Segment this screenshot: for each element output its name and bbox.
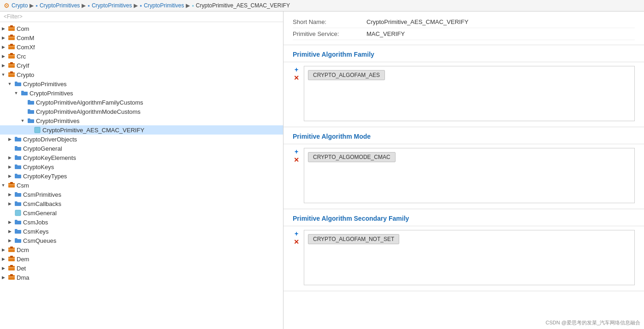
algo-secondary-controls: + ✕	[293, 230, 300, 246]
tree-label-csmjobs: CsmJobs	[23, 219, 48, 226]
tree-item-dem[interactable]: Dem	[0, 254, 283, 264]
tree-item-csmqueues[interactable]: CsmQueues	[0, 236, 283, 245]
breadcrumb-item-2[interactable]: CryptoPrimitives	[92, 2, 132, 9]
tree-item-cryptoprimitives1[interactable]: CryptoPrimitives	[0, 79, 283, 88]
tree-item-csmprimitives[interactable]: CsmPrimitives	[0, 190, 283, 199]
tree-item-dma[interactable]: Dma	[0, 273, 283, 282]
algo-mode-add-btn[interactable]: +	[293, 148, 300, 155]
breadcrumb-item-0[interactable]: Crypto	[12, 2, 28, 9]
tree-item-csmjobs[interactable]: CsmJobs	[0, 217, 283, 227]
tree-item-crypto[interactable]: Crypto	[0, 70, 283, 79]
tree-label-csmkeys: CsmKeys	[23, 228, 49, 235]
tree-item-csmcallbacks[interactable]: CsmCallbacks	[0, 199, 283, 208]
tree-toggle-crypto[interactable]	[0, 71, 6, 78]
tree-item-cryif[interactable]: CryIf	[0, 61, 283, 70]
algo-secondary-add-btn[interactable]: +	[293, 230, 300, 237]
item-icon-cryptoprimitive_aes	[34, 126, 41, 134]
tree-label-comm: ComM	[17, 35, 34, 41]
folder-icon-cryptokeyelements	[14, 154, 22, 161]
tree-toggle-dem[interactable]	[0, 256, 6, 262]
tree-item-cryptodriverobjects[interactable]: CryptoDriverObjects	[0, 135, 283, 144]
tree-toggle-cryptoprimitives1[interactable]	[6, 81, 13, 87]
tree-item-crc[interactable]: Crc	[0, 52, 283, 61]
tree-toggle-dma[interactable]	[0, 274, 6, 281]
tree-toggle-det[interactable]	[0, 265, 6, 271]
tree-item-cryptokeytypes[interactable]: CryptoKeyTypes	[0, 171, 283, 181]
algo-family-del-btn[interactable]: ✕	[293, 74, 300, 82]
tree-toggle-csmqueues[interactable]	[6, 237, 13, 244]
tree-toggle-crc[interactable]	[0, 53, 6, 59]
breadcrumb-bar: ⚙ Crypto ▶ ▪ CryptoPrimitives ▶ ▪ Crypto…	[0, 0, 644, 12]
folder-icon-csmcallbacks	[14, 200, 22, 207]
tree-item-comm[interactable]: ComM	[0, 33, 283, 42]
tree-item-cryptogeneral[interactable]: CryptoGeneral	[0, 144, 283, 153]
tree-item-cryptoprimalgmode[interactable]: CryptoPrimitiveAlgorithmModeCustoms	[0, 107, 283, 116]
folder-icon-csmkeys	[14, 228, 22, 235]
svg-rect-33	[10, 274, 13, 276]
algo-mode-section: + ✕ CRYPTO_ALGOMODE_CMAC	[284, 144, 644, 209]
breadcrumb-item-1[interactable]: CryptoPrimitives	[40, 2, 80, 9]
tree-item-csm[interactable]: Csm	[0, 181, 283, 190]
tree-toggle-comxf[interactable]	[0, 44, 6, 50]
item-icon-csmgeneral	[14, 209, 22, 217]
tree-item-cryptoprimitives3[interactable]: CryptoPrimitives	[0, 116, 283, 125]
tree-item-cryptoprimalgofamily[interactable]: CryptoPrimitiveAlgorithmFamilyCustoms	[0, 98, 283, 107]
tree-toggle-cryptokeyelements[interactable]	[6, 154, 13, 161]
algo-secondary-area: CRYPTO_ALGOFAM_NOT_SET	[304, 230, 635, 285]
tree-toggle-csmprimitives[interactable]	[6, 191, 13, 198]
tree-container: ComComMComXfCrcCryIfCryptoCryptoPrimitiv…	[0, 22, 283, 329]
tree-toggle-csm[interactable]	[0, 182, 6, 188]
tree-toggle-cryptodriverobjects[interactable]	[6, 136, 13, 142]
tree-toggle-comm[interactable]	[0, 35, 6, 41]
tree-toggle-csmjobs[interactable]	[6, 219, 13, 225]
algo-secondary-del-btn[interactable]: ✕	[293, 238, 300, 246]
folder-icon-cryptokeys	[14, 163, 22, 170]
algo-family-add-btn[interactable]: +	[293, 66, 300, 73]
folder-icon-csmqueues	[14, 237, 22, 244]
tree-toggle-csmkeys[interactable]	[6, 228, 13, 235]
tree-label-cryptokeytypes: CryptoKeyTypes	[23, 173, 67, 180]
tree-item-cryptoprimitive_aes[interactable]: CryptoPrimitive_AES_CMAC_VERIFY	[0, 125, 283, 135]
algo-secondary-section: + ✕ CRYPTO_ALGOFAM_NOT_SET	[284, 226, 644, 291]
tree-toggle-com[interactable]	[0, 25, 6, 32]
tree-toggle-cryptokeytypes[interactable]	[6, 173, 13, 179]
folder-icon-cryptoprimitives2	[21, 89, 28, 97]
algo-family-row: + ✕ CRYPTO_ALGOFAM_AES	[293, 66, 635, 121]
tree-item-csmgeneral[interactable]: CsmGeneral	[0, 208, 283, 217]
tree-label-cryptokeyelements: CryptoKeyElements	[23, 154, 76, 161]
tree-item-cryptokeys[interactable]: CryptoKeys	[0, 162, 283, 171]
tree-label-cryptoprimitives3: CryptoPrimitives	[36, 118, 80, 124]
tree-toggle-cryif[interactable]	[0, 62, 6, 69]
breadcrumb-item-3[interactable]: CryptoPrimitives	[144, 2, 184, 9]
tree-label-dcm: Dcm	[17, 247, 29, 253]
tree-toggle-csmcallbacks[interactable]	[6, 200, 13, 207]
tree-item-cryptoprimitives2[interactable]: CryptoPrimitives	[0, 88, 283, 98]
algo-family-area: CRYPTO_ALGOFAM_AES	[304, 66, 635, 121]
filter-bar[interactable]: <Filter>	[0, 12, 283, 22]
algo-mode-del-btn[interactable]: ✕	[293, 156, 300, 164]
tree-toggle-cryptokeys[interactable]	[6, 164, 13, 170]
svg-rect-1	[10, 25, 13, 27]
folder-icon-cryptogeneral	[14, 145, 22, 152]
tree-item-cryptokeyelements[interactable]: CryptoKeyElements	[0, 153, 283, 162]
svg-rect-24	[10, 247, 13, 248]
algo-mode-title: Primitive Algorithm Mode	[284, 127, 644, 144]
tree-item-dcm[interactable]: Dcm	[0, 245, 283, 254]
tree-item-com[interactable]: Com	[0, 24, 283, 33]
tree-toggle-dcm[interactable]	[0, 247, 6, 253]
tree-label-crypto: Crypto	[17, 71, 34, 78]
tree-label-comxf: ComXf	[17, 44, 35, 51]
tree-label-cryptokeys: CryptoKeys	[23, 164, 54, 170]
primitive-service-value: MAC_VERIFY	[366, 30, 405, 37]
primitive-service-label: Primitive Service:	[293, 30, 366, 37]
tree-toggle-cryptoprimitives2[interactable]	[13, 90, 19, 96]
tree-item-csmkeys[interactable]: CsmKeys	[0, 227, 283, 236]
short-name-row: Short Name: CryptoPrimitive_AES_CMAC_VER…	[293, 16, 635, 28]
algo-mode-controls: + ✕	[293, 148, 300, 164]
tree-item-comxf[interactable]: ComXf	[0, 42, 283, 52]
pkg-icon-dcm	[8, 246, 15, 253]
tree-item-det[interactable]: Det	[0, 264, 283, 273]
svg-rect-30	[10, 265, 13, 267]
tree-label-cryptodriverobjects: CryptoDriverObjects	[23, 136, 77, 143]
tree-toggle-cryptoprimitives3[interactable]	[19, 118, 26, 124]
